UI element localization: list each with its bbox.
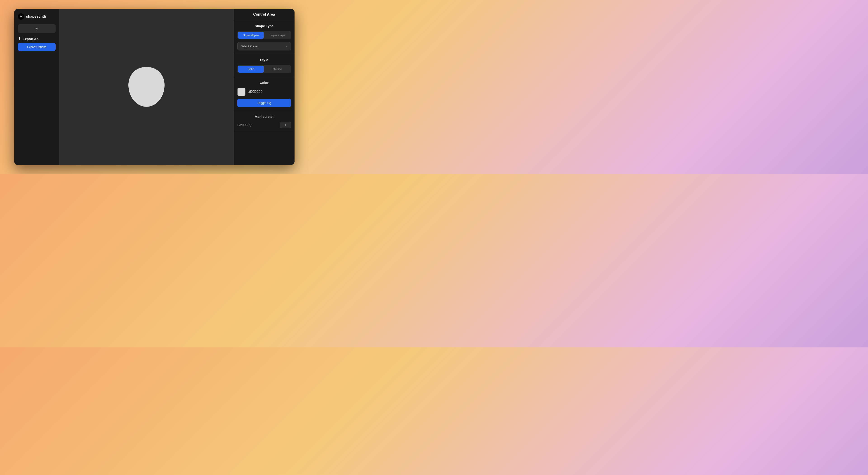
manipulate-section: Manipulate! ScaleX (A): 1	[234, 111, 294, 132]
canvas-area	[59, 9, 234, 165]
export-options-button[interactable]: Export Options	[18, 43, 56, 51]
superellipse-shape	[128, 67, 164, 107]
color-title: Color	[237, 81, 291, 85]
scalex-row: ScaleX (A): 1	[237, 122, 291, 128]
outline-button[interactable]: Outline	[265, 66, 290, 72]
app-window: ✳ shapesynth ☀ ⬇ Export As Export Option…	[14, 9, 294, 165]
control-area-title: Control Area	[253, 12, 275, 16]
scalex-input[interactable]: 1	[280, 122, 291, 128]
style-title: Style	[237, 58, 291, 62]
color-hex-value: #D9D9D9	[248, 90, 262, 94]
scalex-label: ScaleX (A):	[237, 123, 252, 127]
preset-label: Select Preset	[241, 44, 258, 48]
sidebar: ✳ shapesynth ☀ ⬇ Export As Export Option…	[14, 9, 59, 165]
solid-button[interactable]: Solid	[238, 66, 264, 72]
sun-icon: ☀	[35, 27, 38, 31]
shape-type-section: Shape Type Superellipse Supershape Selec…	[234, 20, 294, 54]
style-toggle-group: Solid Outline	[237, 65, 291, 73]
toggle-bg-button[interactable]: Toggle Bg	[237, 99, 291, 107]
select-preset-dropdown[interactable]: Select Preset ▾	[237, 42, 291, 51]
shape-type-title: Shape Type	[237, 24, 291, 28]
chevron-down-icon: ▾	[286, 45, 287, 48]
style-section: Style Solid Outline	[234, 54, 294, 77]
shape-canvas	[59, 9, 234, 165]
color-swatch[interactable]	[237, 88, 246, 96]
export-title: ⬇ Export As	[18, 37, 56, 41]
color-section: Color #D9D9D9 Toggle Bg	[234, 77, 294, 111]
export-section: ⬇ Export As Export Options	[18, 37, 56, 51]
manipulate-title: Manipulate!	[237, 115, 291, 119]
logo-icon: ✳	[18, 13, 24, 20]
superellipse-button[interactable]: Superellipse	[238, 32, 264, 39]
supershape-button[interactable]: Supershape	[265, 32, 290, 39]
control-panel: Control Area Shape Type Superellipse Sup…	[234, 9, 294, 165]
theme-toggle-button[interactable]: ☀	[18, 24, 56, 33]
control-area-header: Control Area	[234, 9, 294, 20]
shape-type-toggle-group: Superellipse Supershape	[237, 31, 291, 39]
logo-area: ✳ shapesynth	[18, 12, 56, 21]
export-icon: ⬇	[18, 37, 21, 41]
app-name: shapesynth	[26, 14, 46, 19]
color-row: #D9D9D9	[237, 88, 291, 96]
